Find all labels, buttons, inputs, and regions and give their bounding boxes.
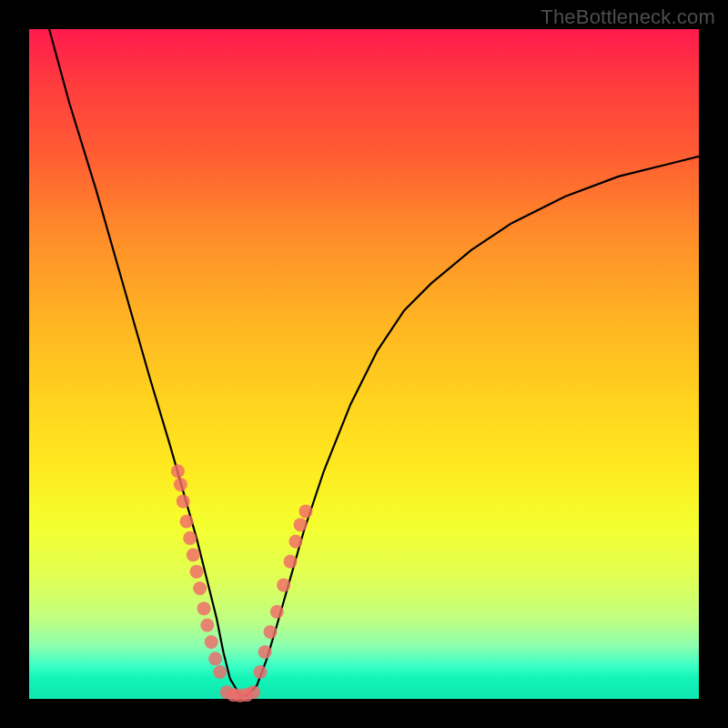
chart-frame: TheBottleneck.com [0,0,728,728]
data-point [200,619,214,632]
plot-area [29,29,699,699]
data-point [187,548,200,561]
data-point [284,555,298,569]
data-point [277,578,290,592]
data-point [208,652,222,665]
chart-svg [29,29,699,699]
data-point [177,494,190,508]
data-point [294,518,308,531]
data-point [190,565,204,579]
data-point [258,645,272,659]
data-point [179,514,193,528]
data-point [171,464,185,478]
data-point [213,665,227,679]
data-point [270,605,284,619]
data-point [197,602,211,615]
data-point [263,625,277,639]
series-layer [49,29,699,703]
data-point [183,531,197,545]
curve-path [49,29,699,695]
data-point [174,478,187,491]
data-point [247,685,260,699]
data-point [298,504,312,518]
data-point [288,535,302,549]
data-point [193,581,207,595]
data-point [253,665,267,679]
data-point [205,635,218,649]
watermark-text: TheBottleneck.com [541,5,715,29]
